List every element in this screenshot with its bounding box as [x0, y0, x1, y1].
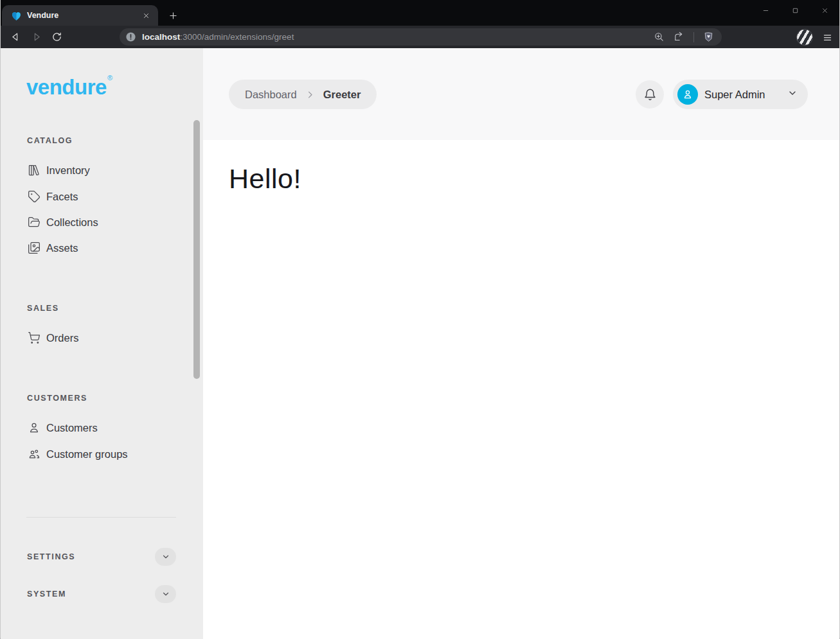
users-icon [28, 448, 40, 460]
tab-strip: Vendure [1, 0, 839, 26]
browser-menu-button[interactable] [819, 29, 835, 46]
sidebar-item-customers[interactable]: Customers [1, 419, 187, 437]
user-name: Super Admin [704, 89, 787, 101]
forward-icon [31, 31, 42, 42]
sidebar-item-label: Collections [46, 216, 98, 229]
forward-button[interactable] [26, 28, 46, 46]
browser-tab-vendure[interactable]: Vendure [2, 5, 158, 26]
section-header-sales: SALES [27, 304, 59, 313]
browser-toolbar: localhost:3000/admin/extensions/greet [1, 26, 839, 48]
user-icon [682, 89, 693, 100]
sidebar-divider [26, 517, 176, 518]
user-menu-button[interactable]: Super Admin [673, 80, 808, 109]
sidebar-item-customer-groups[interactable]: Customer groups [1, 445, 187, 463]
page-body: Hello! [203, 140, 839, 195]
address-bar[interactable]: localhost:3000/admin/extensions/greet [120, 28, 722, 46]
sidebar-item-assets[interactable]: Assets [1, 239, 187, 257]
section-header-customers: CUSTOMERS [27, 394, 87, 403]
system-expand-button[interactable] [155, 585, 176, 603]
folder-open-icon [28, 216, 40, 229]
reload-icon [51, 31, 62, 42]
url-text: localhost:3000/admin/extensions/greet [142, 32, 654, 42]
breadcrumb: Dashboard Greeter [229, 80, 377, 109]
share-icon[interactable] [674, 31, 684, 42]
plus-icon [168, 11, 178, 21]
tab-close-icon[interactable] [140, 10, 152, 21]
sidebar-item-label: Customer groups [46, 448, 128, 460]
window-controls [751, 0, 839, 21]
browser-window: Vendure lo [0, 0, 840, 639]
brave-shield-icon[interactable] [703, 31, 714, 42]
sidebar-item-collections[interactable]: Collections [1, 213, 187, 231]
bell-icon [643, 88, 657, 101]
zoom-icon[interactable] [654, 31, 665, 42]
sidebar-section-settings[interactable]: SETTINGS [27, 547, 176, 566]
tab-title: Vendure [27, 11, 140, 20]
breadcrumb-dashboard[interactable]: Dashboard [245, 89, 297, 101]
sidebar-item-label: Inventory [46, 164, 90, 177]
page-header: Dashboard Greeter Super Admin [203, 48, 839, 140]
new-tab-button[interactable] [165, 8, 181, 23]
user-avatar [677, 84, 698, 105]
main-area: Dashboard Greeter Super Admin [203, 48, 839, 639]
maximize-button[interactable] [780, 0, 810, 21]
close-window-button[interactable] [810, 0, 839, 21]
notifications-button[interactable] [636, 80, 664, 109]
back-icon [10, 31, 21, 42]
site-info-icon[interactable] [125, 31, 136, 42]
sidebar-item-facets[interactable]: Facets [1, 188, 187, 206]
hamburger-icon [823, 33, 832, 42]
reload-button[interactable] [46, 28, 67, 46]
shopping-cart-icon [28, 331, 40, 344]
settings-expand-button[interactable] [155, 548, 176, 566]
chevron-down-icon [161, 552, 170, 561]
breadcrumb-current: Greeter [323, 89, 361, 101]
sidebar-scrollbar[interactable] [193, 120, 200, 379]
chevron-down-icon [787, 88, 798, 101]
library-icon [28, 164, 40, 177]
browser-profile-avatar[interactable] [796, 29, 813, 46]
back-button[interactable] [5, 28, 26, 46]
toolbar-divider [693, 32, 694, 42]
section-header-settings: SETTINGS [27, 552, 75, 561]
chevron-down-icon [161, 590, 170, 599]
user-icon [28, 421, 40, 434]
sidebar-item-inventory[interactable]: Inventory [1, 161, 187, 179]
greeting-text: Hello! [229, 163, 839, 195]
section-header-system: SYSTEM [27, 590, 66, 599]
sidebar-item-label: Orders [46, 332, 78, 344]
sidebar-item-label: Facets [46, 191, 78, 203]
sidebar-section-system[interactable]: SYSTEM [27, 584, 176, 604]
sidebar-item-label: Customers [46, 422, 98, 434]
section-header-catalog: CATALOG [27, 136, 73, 145]
tag-icon [28, 190, 40, 203]
vendure-favicon-icon [10, 10, 22, 22]
images-icon [28, 241, 40, 254]
sidebar-item-label: Assets [46, 242, 78, 254]
chevron-right-icon [305, 90, 315, 100]
minimize-button[interactable] [751, 0, 780, 21]
sidebar-item-orders[interactable]: Orders [1, 329, 187, 347]
vendure-logo: vendure® [26, 74, 112, 100]
sidebar: vendure® CATALOG Inventory Facets Collec… [1, 48, 203, 639]
